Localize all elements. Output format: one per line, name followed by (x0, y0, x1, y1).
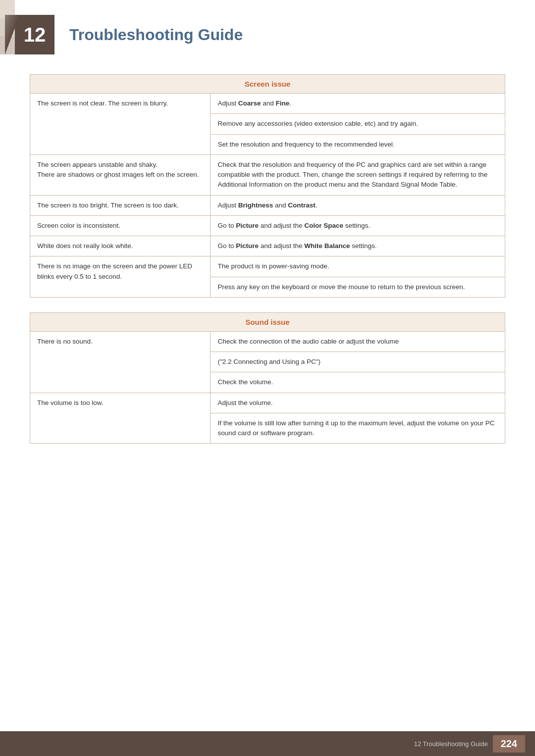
problem-cell: There is no image on the screen and the … (30, 256, 211, 298)
solution-cell: Adjust Brightness and Contrast. (211, 195, 505, 215)
table-row: There is no sound. Check the connection … (30, 331, 505, 352)
page-footer: 12 Troubleshooting Guide 224 (0, 731, 535, 756)
problem-cell: The volume is too low. (30, 393, 211, 444)
solution-cell: Check that the resolution and frequency … (211, 154, 505, 195)
solution-cell: Adjust the volume. (211, 393, 505, 413)
solution-cell: Remove any accessories (video extension … (211, 114, 505, 134)
solution-cell: ("2.2 Connecting and Using a PC") (211, 352, 505, 372)
problem-cell: The screen is not clear. The screen is b… (30, 94, 211, 155)
screen-issue-header: Screen issue (30, 75, 505, 94)
chapter-badge: 12 (15, 15, 54, 54)
page-title: Troubleshooting Guide (69, 26, 243, 44)
sound-issue-table: Sound issue There is no sound. Check the… (30, 312, 505, 444)
solution-cell: If the volume is still low after turning… (211, 413, 505, 444)
problem-cell: The screen is too bright. The screen is … (30, 195, 211, 215)
solution-cell: Go to Picture and adjust the White Balan… (211, 236, 505, 256)
solution-cell: Check the connection of the audio cable … (211, 331, 505, 352)
table-row: White does not really look white. Go to … (30, 236, 505, 256)
table-row: There is no image on the screen and the … (30, 256, 505, 277)
footer-chapter-text: 12 Troubleshooting Guide (414, 740, 488, 748)
solution-cell: The product is in power-saving mode. (211, 256, 505, 277)
problem-cell: There is no sound. (30, 331, 211, 393)
screen-issue-table: Screen issue The screen is not clear. Th… (30, 74, 505, 298)
solution-cell: Go to Picture and adjust the Color Space… (211, 215, 505, 236)
page-header: 12 Troubleshooting Guide (0, 0, 535, 64)
footer-page-number: 224 (493, 735, 525, 753)
solution-cell: Check the volume. (211, 372, 505, 393)
solution-cell: Press any key on the keyboard or move th… (211, 277, 505, 297)
table-row: The screen is too bright. The screen is … (30, 195, 505, 215)
chapter-number: 12 (24, 25, 46, 45)
table-row: The screen is not clear. The screen is b… (30, 94, 505, 114)
problem-cell: The screen appears unstable and shaky. T… (30, 154, 211, 195)
problem-cell: White does not really look white. (30, 236, 211, 256)
solution-cell: Adjust Coarse and Fine. (211, 94, 505, 114)
sound-issue-header: Sound issue (30, 312, 505, 331)
problem-cell: Screen color is inconsistent. (30, 215, 211, 236)
table-row: The volume is too low. Adjust the volume… (30, 393, 505, 413)
page-content: Screen issue The screen is not clear. Th… (0, 64, 535, 488)
solution-cell: Set the resolution and frequency to the … (211, 134, 505, 154)
table-row: Screen color is inconsistent. Go to Pict… (30, 215, 505, 236)
table-row: The screen appears unstable and shaky. T… (30, 154, 505, 195)
